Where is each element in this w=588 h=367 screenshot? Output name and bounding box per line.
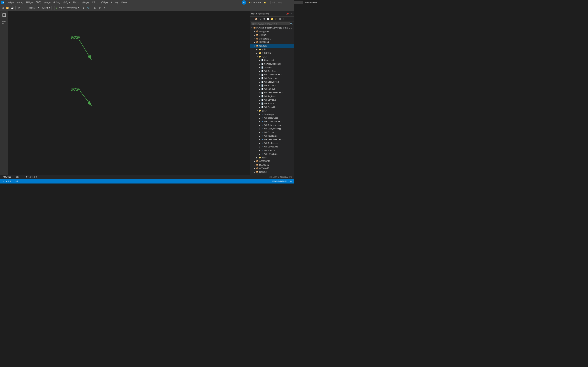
se-refresh-button[interactable]: ↻ <box>258 17 262 21</box>
folder-yuanwenjian[interactable]: ▼ 📁 源文件 <box>250 109 294 113</box>
file-whbase64-cpp[interactable]: ▶ + WHBase64.cpp <box>250 116 294 120</box>
file-whcommandline-h[interactable]: ▶ 📄 WHCommandLine.h <box>250 73 294 76</box>
file-whregkey-cpp[interactable]: ▶ + WHRegKey.cpp <box>250 142 294 145</box>
file-whbase64-h[interactable]: ▶ 📄 WHBase64.h <box>250 69 294 73</box>
folder-ziyuanwenjian[interactable]: ▶ 📁 资源文件 <box>250 156 294 159</box>
se-search-icon[interactable]: 🔍 <box>290 22 293 25</box>
se-search-input[interactable] <box>251 22 290 25</box>
project-bisai[interactable]: ▶ 📦 比赛服务 <box>250 33 294 37</box>
menu-analyze[interactable]: 分析(N) <box>81 1 90 4</box>
file-whencrypt-h[interactable]: ▶ 📄 WHEncrypt.h <box>250 84 294 87</box>
se-settings-button[interactable]: ⚙ <box>262 17 266 21</box>
se-close-button[interactable]: ✕ <box>289 12 293 15</box>
folder-yinyong[interactable]: ▶ 📁 引用 <box>250 48 294 51</box>
file-whservice-cpp[interactable]: ▶ + WHService.cpp <box>250 145 294 149</box>
solution-platform-button[interactable]: ⊞ <box>93 6 97 10</box>
file-whdatalocker-h[interactable]: ▶ 📄 WHDataLocker.h <box>250 76 294 80</box>
notification-icon[interactable]: 🔔 <box>263 1 267 4</box>
project-neihe[interactable]: ▶ 📦 内核引擎 <box>250 174 294 175</box>
menu-tools[interactable]: 工具(T) <box>90 1 99 4</box>
menu-test[interactable]: 测试(S) <box>71 1 81 4</box>
se-extra-button[interactable]: ≫ <box>282 17 286 21</box>
bisai-icon: 📦 <box>256 34 258 36</box>
project-fuwuhexin[interactable]: ▼ 📦 服务核心 <box>250 44 294 48</box>
run-action-button[interactable]: ⏵ <box>82 6 86 10</box>
file-whinidata-cpp[interactable]: ▶ + WHIniData.cpp <box>250 134 294 138</box>
project-jieru[interactable]: ▶ 📦 接入服务器 <box>250 163 294 167</box>
status-input-method[interactable]: 中 <box>289 179 293 184</box>
file-whdataqueue-h[interactable]: ▶ 📄 WHDataQueue.h <box>250 80 294 84</box>
safxc-icon: + <box>261 113 264 116</box>
file-whinidata-h[interactable]: ▶ 📄 WHIniData.h <box>250 87 294 91</box>
file-whdatalocker-cpp[interactable]: ▶ + WHDataLocker.cpp <box>250 123 294 127</box>
menu-debug[interactable]: 调试(D) <box>62 1 71 4</box>
project-liaotian[interactable]: ▶ 📦 聊天服务器 <box>250 167 294 170</box>
wb64c-expand: ▶ <box>258 117 261 119</box>
menu-build[interactable]: 生成(B) <box>52 1 61 4</box>
undo-button[interactable]: ↩ <box>17 6 21 10</box>
file-servicecore-h[interactable]: ▶ 📄 ServiceCoreHead.h <box>250 62 294 66</box>
wsc-expand: ▶ <box>258 145 261 148</box>
status-ready[interactable]: 就绪 <box>14 179 19 184</box>
menu-project[interactable]: 项目(P) <box>43 1 52 4</box>
tab-find-symbols[interactable]: 查找符号结果 <box>24 175 39 179</box>
file-stdafx-cpp[interactable]: ▶ + Stdafx.cpp <box>250 113 294 116</box>
file-whmd5-cpp[interactable]: ▶ + WHMD5CheckSum.cpp <box>250 138 294 142</box>
live-share-button[interactable]: ⚡ Live Share <box>247 1 262 4</box>
menu-git[interactable]: Git(G) <box>34 1 42 4</box>
activity-git[interactable] <box>1 19 7 25</box>
menu-file[interactable]: 文件(F) <box>6 1 15 4</box>
run-button[interactable]: ▶ 本地 Windows 调试源 ▼ <box>54 6 81 10</box>
menu-window[interactable]: 窗口(W) <box>109 1 119 4</box>
project-dalianmeng[interactable]: ▶ 📦 大联盟机器人 <box>250 37 294 41</box>
project-gongxiang[interactable]: ▶ 📦 共享库存服务 <box>250 159 294 163</box>
menu-help[interactable]: 帮助(H) <box>120 1 129 4</box>
project-denglu[interactable]: ▶ 📦 登录服务器 <box>250 41 294 44</box>
file-whregkey-h[interactable]: ▶ 📄 WHRegKey.h <box>250 94 294 98</box>
tab-errors[interactable]: 错误列表 <box>1 175 13 179</box>
file-whdataqueue-cpp[interactable]: ▶ + WHDataQueue.cpp <box>250 127 294 131</box>
folder-waibuyilaixiang[interactable]: ▶ 📁 外部依赖项 <box>250 51 294 55</box>
redo-button[interactable]: ↪ <box>21 6 26 10</box>
file-whcommandline-cpp[interactable]: ▶ + WHCommandLine.cpp <box>250 120 294 123</box>
file-whsha1-h[interactable]: ▶ 📄 WHSha1.h <box>250 102 294 105</box>
status-git[interactable]: ⎇ Git 更改 <box>1 179 12 184</box>
se-back-button[interactable]: ← <box>251 17 254 21</box>
new-button[interactable]: ⊞ <box>1 6 5 10</box>
file-whmd5-h[interactable]: ▶ 📄 WHMD5CheckSum.h <box>250 91 294 94</box>
tab-output[interactable]: 输出 <box>14 175 22 179</box>
user-avatar[interactable]: U <box>242 0 246 5</box>
configuration-dropdown[interactable]: Release ▼ <box>28 6 40 10</box>
annotation-arrows <box>8 11 250 175</box>
status-add-source[interactable]: 添加到源代码管理 <box>271 179 288 184</box>
file-stdafx-h[interactable]: ▶ 📄 Stdafx.h <box>250 66 294 69</box>
platform-dropdown[interactable]: Win32 ▼ <box>41 6 52 10</box>
file-whthread-cpp[interactable]: ▶ + WHThread.cpp <box>250 152 294 156</box>
se-new-folder-button[interactable]: 📁 <box>270 17 274 21</box>
file-resource-h[interactable]: ▶ 📄 Resource.h <box>250 58 294 62</box>
open-button[interactable]: 📂 <box>6 6 9 10</box>
save-all-button[interactable]: 💾 <box>10 6 14 10</box>
se-new-file-button[interactable]: 📄 <box>266 17 270 21</box>
menu-view[interactable]: 视图(V) <box>25 1 34 4</box>
file-whencrypt-cpp[interactable]: ▶ + WHEncrypt.cpp <box>250 131 294 134</box>
extra-button[interactable]: ≡ <box>102 6 106 10</box>
project-mokuai[interactable]: ▶ 📦 模块管理 <box>250 170 294 174</box>
file-whsha1-cpp[interactable]: ▶ + WHSha1.cpp <box>250 149 294 152</box>
folder-touwenjian[interactable]: ▼ 📁 头文件 <box>250 55 294 58</box>
se-filter-button[interactable]: ⚡ <box>274 17 278 21</box>
se-pin-button[interactable]: 📌 <box>286 12 289 15</box>
wec-expand: ▶ <box>258 131 261 134</box>
solution-root[interactable]: ▼ 📦 解决方案 'PlatformServer' (16 个项目，共 16 个… <box>250 26 294 30</box>
global-search-input[interactable] <box>270 1 294 4</box>
file-whservice-h[interactable]: ▶ 📄 WHService.h <box>250 98 294 102</box>
menu-edit[interactable]: 编辑(E) <box>15 1 25 4</box>
attach-button[interactable]: 📎 <box>86 6 90 10</box>
se-collapse-button[interactable]: ⊟ <box>278 17 282 21</box>
activity-solution-explorer[interactable] <box>1 12 7 18</box>
file-whthread-h[interactable]: ▶ 📄 WHThread.h <box>250 105 294 109</box>
project-encrypt-test[interactable]: ▶ 📦 EncryptTest <box>250 30 294 33</box>
menu-extensions[interactable]: 扩展(X) <box>100 1 109 4</box>
se-home-button[interactable]: 🏠 <box>254 17 258 21</box>
properties-button[interactable]: ⚙ <box>98 6 102 10</box>
